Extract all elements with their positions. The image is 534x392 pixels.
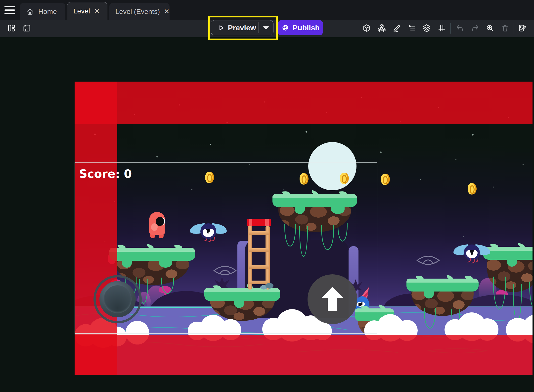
layers-icon[interactable] (422, 23, 432, 33)
tab-bar: Home Level ✕ Level (Events) ✕ (0, 0, 534, 20)
tab-home-label: Home (38, 8, 57, 16)
publish-button-label: Publish (293, 24, 319, 32)
eye-decoration (416, 254, 440, 267)
edit-scene-events-icon[interactable] (518, 23, 528, 33)
save-icon[interactable] (22, 23, 32, 33)
toolbar-divider (450, 23, 451, 34)
game-editor-window: Home Level ✕ Level (Events) ✕ Preview (0, 0, 534, 392)
jump-button[interactable] (308, 274, 357, 324)
objects-group-icon[interactable] (377, 23, 387, 33)
level-border-bottom[interactable] (75, 335, 533, 375)
redo-icon[interactable] (470, 23, 480, 33)
object-cube-icon[interactable] (362, 23, 372, 33)
grid-icon[interactable] (437, 23, 447, 33)
play-icon (217, 23, 225, 32)
tab-home[interactable]: Home (20, 3, 65, 20)
edit-pencil-icon[interactable] (392, 23, 402, 33)
level-border-top[interactable] (75, 82, 533, 124)
home-icon (26, 7, 34, 16)
scene-canvas[interactable]: Score: 0 987;728 (0, 37, 534, 392)
instances-list-icon[interactable] (407, 23, 417, 33)
delete-trash-icon[interactable] (500, 23, 510, 33)
undo-icon[interactable] (455, 23, 465, 33)
globe-icon (281, 24, 289, 32)
up-arrow-icon (322, 287, 343, 311)
coin-object[interactable] (468, 183, 477, 195)
score-text-object[interactable]: Score: 0 (79, 167, 132, 181)
preview-button[interactable]: Preview (211, 20, 273, 35)
publish-button[interactable]: Publish (278, 20, 323, 35)
preview-dropdown-caret-icon[interactable] (263, 26, 269, 30)
preview-split-divider (259, 22, 259, 33)
menu-hamburger-icon[interactable] (4, 6, 15, 14)
panel-layout-icon[interactable] (6, 23, 16, 33)
tab-level-label: Level (73, 7, 90, 15)
tab-level-events-close-icon[interactable]: ✕ (164, 8, 170, 15)
tab-level-close-icon[interactable]: ✕ (94, 8, 100, 15)
enemy-bat[interactable] (453, 245, 490, 266)
toolbar-divider (514, 23, 514, 34)
coin-object[interactable] (381, 174, 390, 185)
zoom-in-icon[interactable] (485, 23, 495, 33)
tab-level-events-label: Level (Events) (115, 8, 160, 16)
joystick-knob[interactable] (104, 285, 132, 313)
tab-level-events[interactable]: Level (Events) ✕ (109, 3, 170, 20)
preview-button-label: Preview (225, 24, 259, 32)
tab-level[interactable]: Level ✕ (67, 2, 107, 20)
